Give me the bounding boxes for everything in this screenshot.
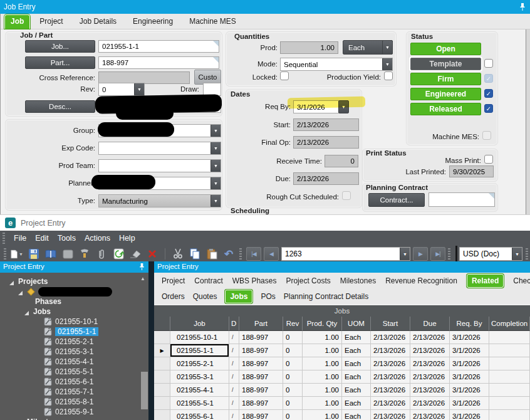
cell-job[interactable]: 021955-3-1 <box>170 370 229 384</box>
refresh-icon[interactable] <box>112 248 125 260</box>
cell-job[interactable]: 021955-10-1 <box>170 331 229 344</box>
cell-uom[interactable]: Each <box>342 331 371 344</box>
tab-wbs-phases[interactable]: WBS Phases <box>232 276 277 285</box>
cell-rev[interactable]: 0 <box>283 344 303 357</box>
toolbar-grip-4[interactable] <box>526 248 528 260</box>
exp-code-dropdown-icon[interactable]: ▼ <box>210 142 221 155</box>
cell-job[interactable]: 021955-2-1 <box>170 357 229 370</box>
cell-due[interactable]: 2/13/2026 <box>410 397 450 410</box>
column-header-completion-d[interactable]: Completion D <box>489 317 530 331</box>
column-header-part[interactable]: Part <box>239 317 283 331</box>
tree-scrollbar-thumb[interactable] <box>141 372 148 409</box>
subtab-jobs[interactable]: Jobs <box>225 290 252 303</box>
cell-prod_qty[interactable]: 1.00 <box>303 370 342 384</box>
cell-part[interactable]: 188-997 <box>239 397 283 410</box>
tree-node-jobs[interactable]: Jobs <box>24 307 51 317</box>
tab-project-costs[interactable]: Project Costs <box>286 276 330 285</box>
status-checkbox-engineered[interactable]: ✓ <box>484 89 493 98</box>
cell-part[interactable]: 188-997 <box>239 384 283 397</box>
tab-contract[interactable]: Contract <box>194 276 222 285</box>
cell-start[interactable]: 2/13/2026 <box>371 397 410 410</box>
cell-uom[interactable]: Each <box>342 344 371 357</box>
cell-part[interactable]: 188-997 <box>239 410 283 420</box>
status-button-firm[interactable]: Firm <box>410 73 481 85</box>
tree-node-021955-1-1[interactable]: 021955-1-1 <box>44 327 98 337</box>
cell-rev[interactable]: 0 <box>283 410 303 420</box>
tab-project[interactable]: Project <box>162 276 185 285</box>
tree-node-milestones[interactable]: Milestones <box>18 417 66 420</box>
tab-checklist-tasks[interactable]: Checklist Tasks <box>513 276 530 285</box>
subtab-pos[interactable]: POs <box>261 292 275 301</box>
pushpin-icon[interactable] <box>519 3 526 11</box>
row-selector[interactable] <box>154 331 170 344</box>
prod-uom-dropdown-icon[interactable]: ▼ <box>382 40 393 55</box>
row-selector[interactable] <box>154 357 170 370</box>
cell-completion[interactable] <box>489 344 530 357</box>
cell-rev[interactable]: 0 <box>283 357 303 370</box>
production-yield-checkbox[interactable] <box>384 71 393 80</box>
tree-node-projects[interactable]: Projects <box>9 276 48 286</box>
cell-due[interactable]: 2/13/2026 <box>410 331 450 344</box>
toolbar-grip-3[interactable] <box>448 248 450 260</box>
job-entry-tab-project[interactable]: Project <box>33 14 70 29</box>
cell-d[interactable]: / <box>229 344 239 357</box>
tree-expander-icon[interactable] <box>18 289 23 295</box>
status-button-released[interactable]: Released <box>410 103 481 115</box>
desc-button[interactable]: Desc... <box>25 100 95 113</box>
tree-node-021955-2-1[interactable]: 021955-2-1 <box>44 337 93 347</box>
tree-node-021955-10-1[interactable]: 021955-10-1 <box>44 317 98 327</box>
cell-uom[interactable]: Each <box>342 410 371 420</box>
mode-dropdown-icon[interactable]: ▼ <box>382 58 393 71</box>
cell-completion[interactable] <box>489 357 530 370</box>
cell-rev[interactable]: 0 <box>283 331 303 344</box>
column-header-req--by[interactable]: Req. By <box>450 317 489 331</box>
cell-prod_qty[interactable]: 1.00 <box>303 344 342 357</box>
nav-next-button[interactable]: ▶ <box>413 247 428 261</box>
column-header-start[interactable]: Start <box>371 317 410 331</box>
table-row[interactable]: 021955-4-1/188-99701.00Each2/13/20262/13… <box>154 384 530 397</box>
cell-start[interactable]: 2/13/2026 <box>371 370 410 384</box>
job-entry-titlebar[interactable]: Job Entry <box>0 0 530 14</box>
row-selector[interactable] <box>154 397 170 410</box>
cut-icon[interactable] <box>172 248 184 260</box>
memo-icon[interactable] <box>61 248 74 260</box>
job-entry-tab-job-details[interactable]: Job Details <box>73 14 123 29</box>
table-row[interactable]: 021955-5-1/188-99701.00Each2/13/20262/13… <box>154 397 530 410</box>
prod-team-combo[interactable]: ▼ <box>98 159 221 172</box>
column-header-uom[interactable]: UOM <box>342 317 371 331</box>
tree-node-021955-5-1[interactable]: 021955-5-1 <box>44 367 93 377</box>
paste-icon[interactable] <box>205 248 218 260</box>
tree-node-021955-6-1[interactable]: 021955-6-1 <box>44 377 93 387</box>
rev-combo[interactable]: 0 ▼ <box>98 83 145 96</box>
cell-start[interactable]: 2/13/2026 <box>371 357 410 370</box>
tree-node-redacted[interactable] <box>18 286 112 297</box>
cell-prod_qty[interactable]: 1.00 <box>303 410 342 420</box>
table-row[interactable]: 021955-6-1/188-99701.00Each2/13/20262/13… <box>154 410 530 420</box>
row-selector[interactable] <box>154 370 170 384</box>
row-selector[interactable] <box>154 384 170 397</box>
contract-field[interactable] <box>429 192 495 207</box>
status-button-template[interactable]: Template <box>410 58 481 70</box>
cell-req_by[interactable]: 3/1/2026 <box>450 384 489 397</box>
table-row[interactable]: 021955-2-1/188-99701.00Each2/13/20262/13… <box>154 357 530 370</box>
new-icon[interactable]: ▼ <box>11 248 23 260</box>
tree-pushpin-icon[interactable] <box>138 263 145 271</box>
subtab-planning-contract-details[interactable]: Planning Contract Details <box>284 292 368 301</box>
tree-scroll-up-icon[interactable]: ▲ <box>140 276 145 281</box>
copy-icon[interactable] <box>189 248 201 260</box>
cell-part[interactable]: 188-997 <box>239 370 283 384</box>
currency-dropdown-icon[interactable]: ▼ <box>512 247 522 261</box>
tree-node-021955-9-1[interactable]: 021955-9-1 <box>44 407 93 417</box>
cell-uom[interactable]: Each <box>342 370 371 384</box>
cell-job[interactable]: 021955-1-1 <box>170 344 229 357</box>
cell-uom[interactable]: Each <box>342 384 371 397</box>
menu-edit[interactable]: Edit <box>35 234 49 243</box>
cell-d[interactable]: / <box>229 410 239 420</box>
cell-req_by[interactable]: 3/1/2026 <box>450 370 489 384</box>
nav-last-button[interactable]: ▶| <box>430 247 445 261</box>
prod-team-dropdown-icon[interactable]: ▼ <box>210 159 221 172</box>
tab-milestones[interactable]: Milestones <box>340 276 376 285</box>
job-button[interactable]: Job... <box>25 40 95 53</box>
save-icon[interactable] <box>28 248 40 260</box>
cell-due[interactable]: 2/13/2026 <box>410 357 450 370</box>
